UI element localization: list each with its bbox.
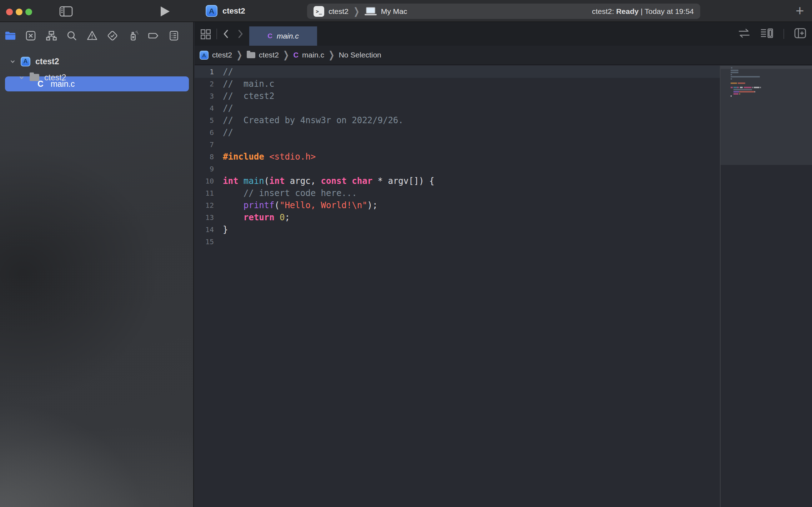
line-number[interactable]: 14 xyxy=(195,225,214,234)
line-number[interactable]: 5 xyxy=(195,116,214,125)
code-line[interactable]: 8#include <stdio.h> xyxy=(195,151,812,163)
jump-bar-label[interactable]: No Selection xyxy=(339,51,381,59)
report-navigator-tab[interactable] xyxy=(167,29,180,42)
minimize-window-button[interactable] xyxy=(16,9,22,15)
project-app-icon: A xyxy=(21,57,30,66)
minimap-bar xyxy=(737,87,739,88)
code-line[interactable]: 7 xyxy=(195,139,812,151)
activity-view[interactable]: >_ ctest2 ❯ My Mac ctest2: Ready | Today… xyxy=(307,4,700,19)
window-title: ctest2 xyxy=(222,6,245,16)
line-number[interactable]: 3 xyxy=(195,92,214,100)
line-number[interactable]: 11 xyxy=(195,189,214,197)
code-line[interactable]: 1// xyxy=(195,66,812,78)
code-line[interactable]: 2// main.c xyxy=(195,78,812,90)
find-navigator-tab[interactable] xyxy=(65,29,78,42)
breakpoint-tag-icon xyxy=(147,30,160,42)
code-line[interactable]: 6// xyxy=(195,126,812,139)
run-button[interactable] xyxy=(160,6,170,17)
editor-options-button[interactable] xyxy=(760,27,774,41)
line-number[interactable]: 15 xyxy=(195,237,214,246)
jump-bar: A ctest2 ❯ ctest2 ❯ C main.c ❯ No Select… xyxy=(195,46,812,65)
scheme-destination-label[interactable]: My Mac xyxy=(381,7,407,16)
line-content: // Created by 4nsw3r on 2022/9/26. xyxy=(223,115,404,125)
line-number[interactable]: 4 xyxy=(195,104,214,112)
tab-overview-button[interactable] xyxy=(199,28,212,42)
project-app-icon: A xyxy=(206,5,217,17)
toolbar: A ctest2 >_ ctest2 ❯ My Mac ctest2: Read… xyxy=(0,0,812,22)
code-minimap[interactable] xyxy=(721,66,812,165)
jump-bar-label[interactable]: ctest2 xyxy=(259,51,279,59)
line-content: // main.c xyxy=(223,79,275,89)
code-line[interactable]: 5// Created by 4nsw3r on 2022/9/26. xyxy=(195,114,812,126)
jump-bar-label[interactable]: ctest2 xyxy=(212,51,232,59)
line-content: int main(int argc, const char * argv[]) … xyxy=(223,176,434,186)
test-navigator-tab[interactable] xyxy=(106,29,119,42)
code-line[interactable]: 15 xyxy=(195,236,812,248)
code-review-button[interactable] xyxy=(738,28,751,40)
go-forward-button[interactable] xyxy=(234,28,246,41)
issue-navigator-tab[interactable] xyxy=(86,29,99,42)
minimap-bar xyxy=(740,87,743,88)
tree-item-label[interactable]: main.c xyxy=(51,79,75,89)
breakpoint-navigator-tab[interactable] xyxy=(147,29,160,42)
go-back-button[interactable] xyxy=(220,28,232,41)
minimap-bar xyxy=(731,78,732,80)
code-line[interactable]: 14} xyxy=(195,224,812,236)
code-line[interactable]: 12 printf("Hello, World!\n"); xyxy=(195,199,812,211)
jump-bar-project[interactable]: A ctest2 xyxy=(200,51,232,60)
close-window-button[interactable] xyxy=(6,9,13,15)
line-number[interactable]: 7 xyxy=(195,140,214,149)
line-number[interactable]: 13 xyxy=(195,213,214,222)
code-line[interactable]: 13 return 0; xyxy=(195,211,812,224)
c-file-icon: C xyxy=(37,79,44,89)
add-editor-button[interactable] xyxy=(793,27,807,41)
source-control-navigator-tab[interactable] xyxy=(24,29,37,42)
line-number[interactable]: 9 xyxy=(195,165,214,173)
project-navigator-tab[interactable] xyxy=(4,29,17,42)
scheme-selector[interactable]: >_ ctest2 ❯ My Mac xyxy=(314,6,407,17)
scheme-target-label[interactable]: ctest2 xyxy=(329,7,349,16)
grid-icon xyxy=(199,28,212,41)
jump-bar-file[interactable]: C main.c xyxy=(294,51,324,59)
chevron-right-icon: ❯ xyxy=(328,49,335,61)
line-number[interactable]: 1 xyxy=(195,67,214,76)
source-code-editor[interactable]: 1//2// main.c3// ctest24//5// Created by… xyxy=(195,66,812,507)
line-number[interactable]: 2 xyxy=(195,80,214,88)
chevron-left-icon xyxy=(220,28,232,40)
line-content: // xyxy=(223,127,233,137)
line-number[interactable]: 10 xyxy=(195,177,214,185)
code-line[interactable]: 9 xyxy=(195,163,812,175)
minimap-bar xyxy=(731,72,738,73)
debug-navigator-tab[interactable] xyxy=(127,29,140,42)
folder-icon xyxy=(247,52,255,58)
symbol-navigator-tab[interactable] xyxy=(45,29,58,42)
minimap-current-line xyxy=(721,66,812,69)
hierarchy-icon xyxy=(45,30,57,42)
tab-main-c[interactable]: C main.c xyxy=(249,26,317,46)
line-number[interactable]: 8 xyxy=(195,152,214,161)
spray-can-icon xyxy=(127,30,139,42)
line-content: #include <stdio.h> xyxy=(223,152,316,162)
toggle-navigator-button[interactable] xyxy=(59,6,74,19)
minimap-bar xyxy=(755,91,755,92)
tab-label[interactable]: main.c xyxy=(277,32,299,40)
code-line[interactable]: 11 // insert code here... xyxy=(195,187,812,199)
code-line[interactable]: 3// ctest2 xyxy=(195,90,812,102)
tree-item-label[interactable]: ctest2 xyxy=(35,57,59,66)
jump-bar-selection[interactable]: No Selection xyxy=(339,51,381,59)
tree-item-main-c[interactable]: C main.c xyxy=(0,77,194,91)
code-line[interactable]: 10int main(int argc, const char * argv[]… xyxy=(195,175,812,187)
jump-bar-label[interactable]: main.c xyxy=(302,51,324,59)
disclosure-chevron-icon[interactable] xyxy=(10,59,16,65)
line-number[interactable]: 6 xyxy=(195,128,214,137)
jump-bar-group[interactable]: ctest2 xyxy=(247,51,279,59)
minimap-bar xyxy=(731,74,732,75)
minimap-bar xyxy=(731,76,760,77)
code-line[interactable]: 4// xyxy=(195,102,812,114)
line-number[interactable]: 12 xyxy=(195,201,214,210)
minimap-bar xyxy=(739,91,755,92)
minimap-bar xyxy=(731,70,738,71)
zoom-window-button[interactable] xyxy=(25,9,32,15)
library-add-button[interactable]: + xyxy=(792,3,808,19)
tree-item-project[interactable]: A ctest2 xyxy=(0,54,194,69)
